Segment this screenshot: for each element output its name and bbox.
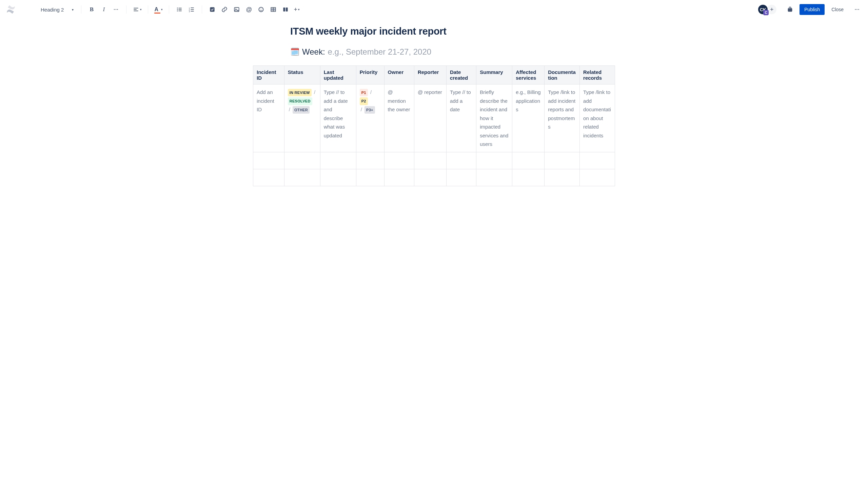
mention-button[interactable]: @ — [243, 4, 254, 15]
chevron-down-icon: ▾ — [298, 8, 300, 11]
table-header-row: Incident ID Status Last updated Priority… — [253, 66, 615, 84]
insert-dropdown[interactable]: + ▾ — [292, 4, 301, 15]
svg-point-5 — [177, 9, 178, 10]
col-documentation[interactable]: Documentation — [545, 66, 580, 84]
col-related-records[interactable]: Related records — [580, 66, 615, 84]
action-item-button[interactable] — [207, 4, 218, 15]
col-summary[interactable]: Summary — [476, 66, 512, 84]
col-incident-id[interactable]: Incident ID — [253, 66, 284, 84]
alignment-dropdown[interactable]: ▾ — [131, 4, 143, 15]
cell-last-updated[interactable]: Type // to add a date and describe what … — [320, 84, 356, 152]
svg-point-18 — [259, 7, 263, 12]
separator: / — [289, 107, 290, 112]
publish-button[interactable]: Publish — [800, 4, 825, 15]
editor-content[interactable]: ITSM weekly major incident report 🗓️ Wee… — [248, 26, 620, 186]
toolbar-divider — [126, 5, 126, 14]
cell-incident-id[interactable]: Add an incident ID — [253, 84, 284, 152]
incident-table[interactable]: Incident ID Status Last updated Priority… — [253, 65, 615, 186]
priority-p1[interactable]: P1 — [360, 89, 368, 97]
cell-owner[interactable]: @ mention the owner — [384, 84, 414, 152]
svg-text:3: 3 — [189, 11, 190, 13]
svg-rect-25 — [283, 7, 285, 12]
editor-toolbar: Heading 2 ▾ B I ··· ▾ A ▾ 123 @ + ▾ — [0, 0, 868, 19]
bold-button[interactable]: B — [86, 4, 97, 15]
svg-rect-4 — [179, 8, 182, 8]
chevron-down-icon: ▾ — [72, 8, 74, 12]
restrictions-button[interactable] — [785, 4, 795, 15]
col-reporter[interactable]: Reporter — [414, 66, 446, 84]
svg-rect-0 — [134, 8, 138, 8]
emoji-button[interactable] — [256, 4, 267, 15]
text-style-dropdown[interactable]: Heading 2 ▾ — [38, 5, 76, 14]
separator: / — [361, 107, 362, 112]
confluence-logo — [5, 4, 16, 15]
cell-date-created[interactable]: Type // to add a date — [446, 84, 476, 152]
separator: / — [314, 89, 315, 95]
svg-rect-26 — [286, 7, 288, 12]
text-style-label: Heading 2 — [41, 7, 64, 13]
cell-priority[interactable]: P1 / P2 / P3+ — [356, 84, 384, 152]
chevron-down-icon: ▾ — [140, 8, 142, 11]
link-button[interactable] — [219, 4, 230, 15]
avatar[interactable]: CK C — [757, 4, 768, 15]
svg-rect-8 — [179, 11, 182, 11]
col-last-updated[interactable]: Last updated — [320, 66, 356, 84]
col-owner[interactable]: Owner — [384, 66, 414, 84]
week-placeholder: e.g., September 21-27, 2020 — [328, 47, 432, 57]
more-actions-button[interactable]: ··· — [852, 4, 863, 15]
layouts-button[interactable] — [280, 4, 291, 15]
separator: / — [370, 89, 372, 95]
numbered-list-button[interactable]: 123 — [186, 4, 197, 15]
bullet-list-button[interactable] — [174, 4, 185, 15]
close-button[interactable]: Close — [827, 4, 848, 15]
col-date-created[interactable]: Date created — [446, 66, 476, 84]
cell-reporter[interactable]: @ reporter — [414, 84, 446, 152]
table-button[interactable] — [268, 4, 279, 15]
svg-rect-10 — [191, 7, 194, 8]
toolbar-divider — [148, 5, 148, 14]
priority-p3[interactable]: P3+ — [364, 106, 375, 114]
cell-related-records[interactable]: Type /link to add documentation about re… — [580, 84, 615, 152]
cell-status[interactable]: IN REVIEW / RESOLVED / OTHER — [284, 84, 320, 152]
toolbar-divider — [202, 5, 202, 14]
status-resolved[interactable]: RESOLVED — [288, 97, 312, 105]
svg-point-20 — [262, 9, 262, 9]
page-title[interactable]: ITSM weekly major incident report — [290, 26, 615, 37]
svg-rect-1 — [134, 9, 137, 10]
svg-point-7 — [177, 11, 178, 12]
col-status[interactable]: Status — [284, 66, 320, 84]
priority-p2[interactable]: P2 — [360, 97, 368, 105]
cell-affected-services[interactable]: e.g., Billing applications — [512, 84, 545, 152]
svg-rect-15 — [210, 7, 215, 12]
chevron-down-icon: ▾ — [161, 8, 163, 11]
svg-rect-6 — [179, 9, 182, 10]
more-formatting-button[interactable]: ··· — [111, 4, 121, 15]
col-affected-services[interactable]: Affected services — [512, 66, 545, 84]
svg-rect-14 — [191, 11, 194, 12]
svg-point-19 — [260, 9, 261, 9]
toolbar-divider — [169, 5, 169, 14]
cell-summary[interactable]: Briefly describe the incident and how it… — [476, 84, 512, 152]
status-in-review[interactable]: IN REVIEW — [288, 89, 312, 97]
week-label: Week: — [302, 47, 325, 57]
table-row[interactable]: Add an incident ID IN REVIEW / RESOLVED … — [253, 84, 615, 152]
svg-point-3 — [177, 8, 178, 9]
italic-button[interactable]: I — [98, 4, 109, 15]
avatar-badge: C — [763, 10, 769, 15]
svg-rect-2 — [134, 11, 138, 11]
week-heading[interactable]: 🗓️ Week: e.g., September 21-27, 2020 — [290, 47, 615, 57]
text-color-dropdown[interactable]: A ▾ — [153, 4, 164, 15]
toolbar-divider — [81, 5, 81, 14]
table-row[interactable] — [253, 169, 615, 186]
col-priority[interactable]: Priority — [356, 66, 384, 84]
calendar-icon: 🗓️ — [290, 47, 299, 56]
collaborators: CK C + — [757, 4, 777, 15]
svg-rect-12 — [191, 9, 194, 10]
image-button[interactable] — [231, 4, 242, 15]
table-row[interactable] — [253, 152, 615, 169]
status-other[interactable]: OTHER — [293, 106, 310, 114]
cell-documentation[interactable]: Type /link to add incident reports and p… — [545, 84, 580, 152]
